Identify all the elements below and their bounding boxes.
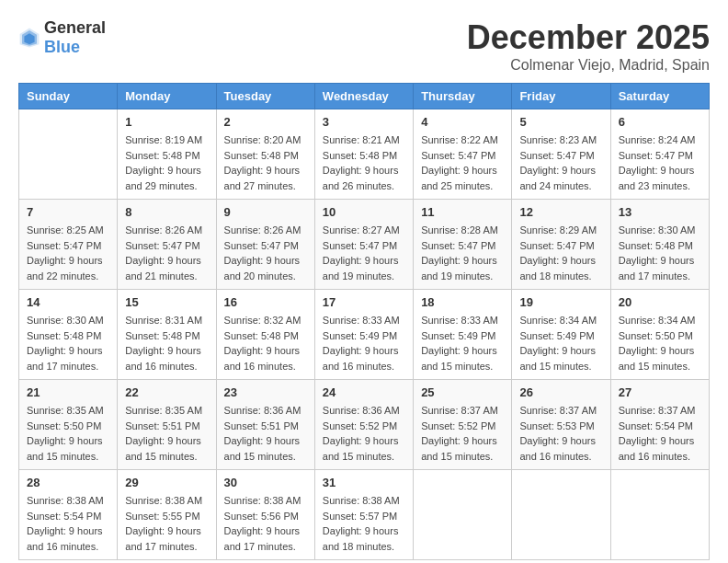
day-number: 30 [224, 476, 307, 489]
day-number: 21 [27, 385, 109, 399]
day-info: Sunrise: 8:30 AM Sunset: 5:48 PM Dayligh… [27, 313, 109, 373]
day-info: Sunrise: 8:37 AM Sunset: 5:53 PM Dayligh… [519, 403, 602, 464]
week-row-1: 1Sunrise: 8:19 AM Sunset: 5:48 PM Daylig… [19, 109, 710, 200]
day-info: Sunrise: 8:19 AM Sunset: 5:48 PM Dayligh… [125, 132, 208, 193]
day-number: 7 [27, 205, 109, 219]
day-info: Sunrise: 8:38 AM Sunset: 5:54 PM Dayligh… [27, 493, 109, 554]
day-info: Sunrise: 8:27 AM Sunset: 5:47 PM Dayligh… [323, 223, 405, 283]
day-info: Sunrise: 8:29 AM Sunset: 5:47 PM Dayligh… [519, 223, 602, 283]
calendar-cell: 1Sunrise: 8:19 AM Sunset: 5:48 PM Daylig… [118, 109, 216, 200]
calendar-cell: 20Sunrise: 8:34 AM Sunset: 5:50 PM Dayli… [610, 290, 709, 380]
day-info: Sunrise: 8:26 AM Sunset: 5:47 PM Dayligh… [125, 223, 208, 283]
day-info: Sunrise: 8:38 AM Sunset: 5:57 PM Dayligh… [323, 493, 405, 554]
day-header-tuesday: Tuesday [216, 84, 314, 109]
day-number: 29 [125, 476, 208, 489]
logo: General Blue [18, 18, 106, 57]
day-info: Sunrise: 8:32 AM Sunset: 5:48 PM Dayligh… [224, 313, 307, 373]
day-number: 24 [323, 385, 405, 399]
day-number: 8 [125, 205, 208, 219]
day-number: 15 [125, 295, 208, 309]
day-number: 9 [224, 205, 307, 219]
day-number: 18 [421, 295, 504, 309]
day-info: Sunrise: 8:36 AM Sunset: 5:51 PM Dayligh… [224, 403, 307, 464]
day-number: 20 [619, 295, 701, 309]
month-title: December 2025 [467, 18, 710, 57]
day-info: Sunrise: 8:37 AM Sunset: 5:52 PM Dayligh… [421, 403, 504, 464]
day-header-monday: Monday [118, 84, 216, 109]
calendar-cell: 17Sunrise: 8:33 AM Sunset: 5:49 PM Dayli… [314, 290, 413, 380]
location-title: Colmenar Viejo, Madrid, Spain [467, 57, 710, 74]
calendar-cell: 18Sunrise: 8:33 AM Sunset: 5:49 PM Dayli… [414, 290, 512, 380]
calendar-cell [512, 470, 610, 560]
calendar-cell: 28Sunrise: 8:38 AM Sunset: 5:54 PM Dayli… [19, 470, 118, 560]
day-header-thursday: Thursday [414, 84, 512, 109]
day-number: 27 [619, 385, 701, 399]
day-header-friday: Friday [512, 84, 610, 109]
day-number: 3 [323, 115, 405, 129]
day-number: 13 [619, 205, 701, 219]
calendar-cell: 22Sunrise: 8:35 AM Sunset: 5:51 PM Dayli… [118, 380, 216, 470]
week-row-5: 28Sunrise: 8:38 AM Sunset: 5:54 PM Dayli… [19, 470, 710, 560]
day-number: 19 [519, 295, 602, 309]
calendar-table: SundayMondayTuesdayWednesdayThursdayFrid… [18, 83, 710, 560]
calendar-cell: 10Sunrise: 8:27 AM Sunset: 5:47 PM Dayli… [314, 200, 413, 290]
calendar-cell: 7Sunrise: 8:25 AM Sunset: 5:47 PM Daylig… [19, 200, 118, 290]
calendar-cell: 5Sunrise: 8:23 AM Sunset: 5:47 PM Daylig… [512, 109, 610, 200]
day-number: 4 [421, 115, 504, 129]
calendar-cell: 2Sunrise: 8:20 AM Sunset: 5:48 PM Daylig… [216, 109, 314, 200]
calendar-cell: 15Sunrise: 8:31 AM Sunset: 5:48 PM Dayli… [118, 290, 216, 380]
day-header-sunday: Sunday [19, 84, 118, 109]
day-number: 14 [27, 295, 109, 309]
day-number: 16 [224, 295, 307, 309]
day-info: Sunrise: 8:31 AM Sunset: 5:48 PM Dayligh… [125, 313, 208, 373]
calendar-cell: 27Sunrise: 8:37 AM Sunset: 5:54 PM Dayli… [610, 380, 709, 470]
day-info: Sunrise: 8:30 AM Sunset: 5:48 PM Dayligh… [619, 223, 701, 283]
logo-general-text: General [44, 18, 106, 37]
day-number: 25 [421, 385, 504, 399]
day-header-saturday: Saturday [610, 84, 709, 109]
week-row-2: 7Sunrise: 8:25 AM Sunset: 5:47 PM Daylig… [19, 200, 710, 290]
day-number: 6 [619, 115, 701, 129]
calendar-cell [414, 470, 512, 560]
logo-blue-text: Blue [44, 38, 80, 56]
day-info: Sunrise: 8:23 AM Sunset: 5:47 PM Dayligh… [519, 132, 602, 193]
day-info: Sunrise: 8:25 AM Sunset: 5:47 PM Dayligh… [27, 223, 109, 283]
day-number: 10 [323, 205, 405, 219]
calendar-cell: 6Sunrise: 8:24 AM Sunset: 5:47 PM Daylig… [610, 109, 709, 200]
calendar-cell: 23Sunrise: 8:36 AM Sunset: 5:51 PM Dayli… [216, 380, 314, 470]
calendar-cell: 29Sunrise: 8:38 AM Sunset: 5:55 PM Dayli… [118, 470, 216, 560]
day-info: Sunrise: 8:35 AM Sunset: 5:50 PM Dayligh… [27, 403, 109, 464]
day-number: 28 [27, 476, 109, 489]
day-info: Sunrise: 8:22 AM Sunset: 5:47 PM Dayligh… [421, 132, 504, 193]
day-info: Sunrise: 8:20 AM Sunset: 5:48 PM Dayligh… [224, 132, 307, 193]
day-number: 26 [519, 385, 602, 399]
calendar-cell: 19Sunrise: 8:34 AM Sunset: 5:49 PM Dayli… [512, 290, 610, 380]
day-info: Sunrise: 8:33 AM Sunset: 5:49 PM Dayligh… [421, 313, 504, 373]
calendar-cell: 24Sunrise: 8:36 AM Sunset: 5:52 PM Dayli… [314, 380, 413, 470]
day-info: Sunrise: 8:38 AM Sunset: 5:55 PM Dayligh… [125, 493, 208, 554]
day-number: 1 [125, 115, 208, 129]
day-info: Sunrise: 8:21 AM Sunset: 5:48 PM Dayligh… [323, 132, 405, 193]
calendar-cell: 12Sunrise: 8:29 AM Sunset: 5:47 PM Dayli… [512, 200, 610, 290]
week-row-3: 14Sunrise: 8:30 AM Sunset: 5:48 PM Dayli… [19, 290, 710, 380]
day-info: Sunrise: 8:24 AM Sunset: 5:47 PM Dayligh… [619, 132, 701, 193]
day-info: Sunrise: 8:35 AM Sunset: 5:51 PM Dayligh… [125, 403, 208, 464]
calendar-cell [19, 109, 118, 200]
day-info: Sunrise: 8:34 AM Sunset: 5:49 PM Dayligh… [519, 313, 602, 373]
day-info: Sunrise: 8:26 AM Sunset: 5:47 PM Dayligh… [224, 223, 307, 283]
calendar-cell: 16Sunrise: 8:32 AM Sunset: 5:48 PM Dayli… [216, 290, 314, 380]
day-info: Sunrise: 8:38 AM Sunset: 5:56 PM Dayligh… [224, 493, 307, 554]
calendar-cell: 9Sunrise: 8:26 AM Sunset: 5:47 PM Daylig… [216, 200, 314, 290]
page-header: General Blue December 2025 Colmenar Viej… [18, 18, 710, 74]
day-info: Sunrise: 8:37 AM Sunset: 5:54 PM Dayligh… [619, 403, 701, 464]
calendar-cell: 14Sunrise: 8:30 AM Sunset: 5:48 PM Dayli… [19, 290, 118, 380]
day-info: Sunrise: 8:36 AM Sunset: 5:52 PM Dayligh… [323, 403, 405, 464]
calendar-cell: 21Sunrise: 8:35 AM Sunset: 5:50 PM Dayli… [19, 380, 118, 470]
day-number: 12 [519, 205, 602, 219]
calendar-cell: 11Sunrise: 8:28 AM Sunset: 5:47 PM Dayli… [414, 200, 512, 290]
calendar-cell: 13Sunrise: 8:30 AM Sunset: 5:48 PM Dayli… [610, 200, 709, 290]
day-number: 22 [125, 385, 208, 399]
day-number: 17 [323, 295, 405, 309]
day-info: Sunrise: 8:34 AM Sunset: 5:50 PM Dayligh… [619, 313, 701, 373]
day-number: 31 [323, 476, 405, 489]
